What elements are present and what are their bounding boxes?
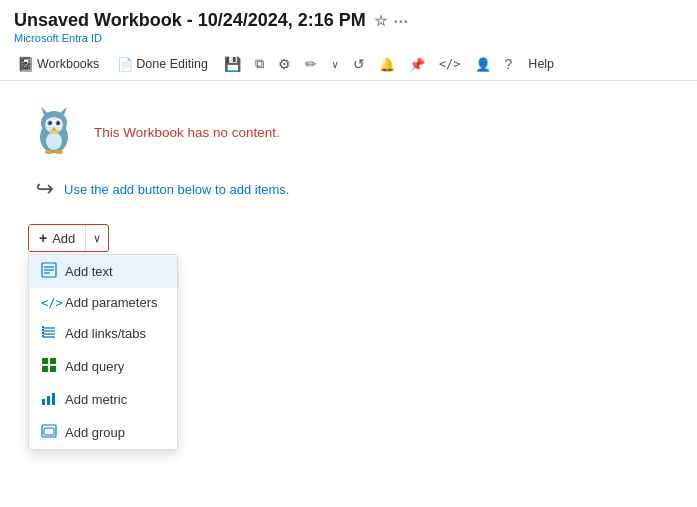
save-button[interactable]: 💾 — [219, 52, 246, 76]
add-metric-label: Add metric — [65, 392, 127, 407]
refresh-button[interactable]: ↺ — [348, 52, 370, 76]
add-query-item[interactable]: Add query — [29, 350, 177, 383]
help-question-button[interactable]: ? — [500, 52, 518, 76]
user-button[interactable]: 👤 — [470, 53, 496, 76]
svg-point-12 — [57, 122, 58, 123]
chevron-down-icon: ∨ — [93, 232, 101, 244]
add-query-label: Add query — [65, 359, 124, 374]
pin-icon: 📌 — [409, 57, 425, 72]
subtitle: Microsoft Entra ID — [14, 32, 408, 44]
title-bar: Unsaved Workbook - 10/24/2024, 2:16 PM ☆… — [0, 0, 697, 48]
code-icon: </> — [439, 57, 461, 71]
chevron-down-icon: ∨ — [331, 58, 339, 71]
share-button[interactable]: 🔔 — [374, 53, 400, 76]
add-text-icon — [41, 262, 57, 281]
add-dropdown-chevron[interactable]: ∨ — [86, 227, 108, 250]
add-parameters-label: Add parameters — [65, 295, 158, 310]
svg-rect-34 — [42, 399, 45, 405]
user-icon: 👤 — [475, 57, 491, 72]
page-title: Unsaved Workbook - 10/24/2024, 2:16 PM ☆… — [14, 10, 408, 31]
svg-point-8 — [49, 122, 50, 123]
done-editing-button[interactable]: 📄 Done Editing — [110, 54, 215, 75]
hint-text: Use the add button below to add items. — [64, 182, 289, 197]
done-editing-icon: 📄 — [117, 57, 133, 72]
help-label: Help — [528, 57, 554, 71]
add-button-wrapper: + + Add Add ∨ Add text — [28, 224, 109, 252]
add-dropdown-menu: Add text </> Add parameters — [28, 254, 178, 450]
svg-rect-28 — [42, 332, 44, 334]
edit-button[interactable]: ✏ — [300, 52, 322, 76]
done-editing-label: Done Editing — [136, 57, 208, 71]
svg-rect-32 — [42, 366, 48, 372]
svg-rect-35 — [47, 396, 50, 405]
copy-icon: ⧉ — [255, 56, 264, 72]
add-metric-item[interactable]: Add metric — [29, 383, 177, 416]
save-icon: 💾 — [224, 56, 241, 72]
help-button[interactable]: Help — [521, 54, 561, 74]
svg-point-14 — [46, 132, 62, 150]
more-options-icon[interactable]: ⋯ — [393, 12, 408, 30]
svg-rect-31 — [50, 358, 56, 364]
add-links-icon — [41, 324, 57, 343]
empty-state: This Workbook has no content. — [28, 105, 669, 160]
add-group-icon — [41, 423, 57, 442]
code-button[interactable]: </> — [434, 53, 466, 75]
share-icon: 🔔 — [379, 57, 395, 72]
pencil-icon: ✏ — [305, 56, 317, 72]
svg-rect-36 — [52, 393, 55, 405]
svg-point-15 — [45, 150, 53, 154]
add-text-item[interactable]: Add text — [29, 255, 177, 288]
add-group-label: Add group — [65, 425, 125, 440]
add-query-icon — [41, 357, 57, 376]
svg-point-17 — [49, 130, 59, 134]
question-icon: ? — [505, 56, 513, 72]
svg-point-16 — [55, 150, 63, 154]
edit-chevron-button[interactable]: ∨ — [326, 54, 344, 75]
add-parameters-icon: </> — [41, 296, 57, 310]
workbooks-icon: 📓 — [17, 56, 34, 72]
pin-icon[interactable]: ☆ — [374, 12, 387, 30]
arrow-icon: ↩ — [36, 176, 54, 202]
svg-rect-38 — [44, 428, 54, 435]
add-links-item[interactable]: Add links/tabs — [29, 317, 177, 350]
add-metric-icon — [41, 390, 57, 409]
add-button[interactable]: + + Add Add ∨ — [28, 224, 109, 252]
empty-state-message: This Workbook has no content. — [94, 125, 280, 140]
svg-rect-33 — [50, 366, 56, 372]
plus-icon: + — [39, 230, 47, 246]
refresh-icon: ↺ — [353, 56, 365, 72]
title-text: Unsaved Workbook - 10/24/2024, 2:16 PM — [14, 10, 366, 31]
add-text-label: Add text — [65, 264, 113, 279]
add-parameters-item[interactable]: </> Add parameters — [29, 288, 177, 317]
main-content: This Workbook has no content. ↩ Use the … — [0, 81, 697, 276]
add-button-main[interactable]: + + Add Add — [29, 225, 86, 251]
settings-button[interactable]: ⚙ — [273, 52, 296, 76]
workbooks-label: Workbooks — [37, 57, 99, 71]
owl-illustration — [28, 105, 80, 160]
copy-button[interactable]: ⧉ — [250, 52, 269, 76]
svg-rect-29 — [42, 335, 44, 337]
toolbar: 📓 Workbooks 📄 Done Editing 💾 ⧉ ⚙ ✏ ∨ ↺ 🔔… — [0, 48, 697, 81]
add-group-item[interactable]: Add group — [29, 416, 177, 449]
workbooks-button[interactable]: 📓 Workbooks — [10, 53, 106, 75]
hint-row: ↩ Use the add button below to add items. — [36, 176, 669, 202]
pin-toolbar-button[interactable]: 📌 — [404, 53, 430, 76]
svg-rect-27 — [42, 329, 44, 331]
add-links-label: Add links/tabs — [65, 326, 146, 341]
gear-icon: ⚙ — [278, 56, 291, 72]
svg-rect-30 — [42, 358, 48, 364]
svg-rect-26 — [42, 326, 44, 328]
